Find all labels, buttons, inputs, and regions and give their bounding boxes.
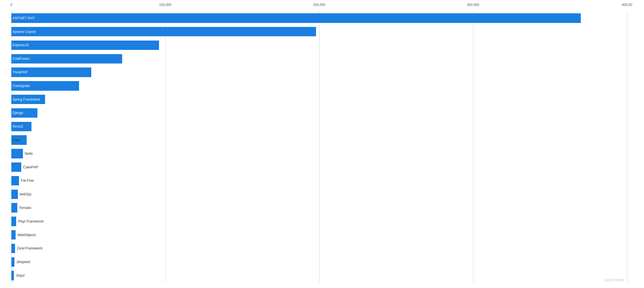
bar-row: Zend Framework xyxy=(11,242,627,255)
bar-row: Spring Framework xyxy=(11,93,627,106)
grid-line xyxy=(627,11,627,282)
bar xyxy=(11,190,18,199)
x-axis-label: 300,000 xyxy=(467,3,479,7)
bar-label: Play! Framework xyxy=(18,219,44,223)
bar-label: web2py xyxy=(20,192,31,196)
bar xyxy=(11,217,16,226)
x-axis-labels: 0100,000200,000300,000400,00 xyxy=(11,3,627,9)
bar-row: Zope xyxy=(11,133,627,147)
bar xyxy=(11,95,45,104)
bar-label: WebObjects xyxy=(18,233,36,237)
bar xyxy=(11,67,91,77)
bar-row: ASP.NET MVC xyxy=(11,11,627,25)
chart-container: 0100,000200,000300,000400,00 ASP.NET MVC… xyxy=(0,0,644,288)
x-axis-label: 100,000 xyxy=(159,3,171,7)
bar-row: web2py xyxy=(11,187,627,201)
bar xyxy=(11,54,122,63)
bar-label: Zend Framework xyxy=(17,246,43,250)
bar xyxy=(11,149,23,158)
bar xyxy=(11,41,159,50)
bar-row: Struts2 xyxy=(11,120,627,133)
bar xyxy=(11,135,27,145)
bar-row: CakePHP xyxy=(11,160,627,174)
bar-row: Nette xyxy=(11,147,627,160)
bar-row: WebObjects xyxy=(11,228,627,242)
bar-row: Apache Coyote xyxy=(11,25,627,39)
bar-row: CodeIgniter xyxy=(11,79,627,93)
bar xyxy=(11,244,15,253)
chart-area: ASP.NET MVCApache CoyoteExpressJSColdFus… xyxy=(11,11,627,282)
x-axis-label: 400,00 xyxy=(622,3,632,7)
bar xyxy=(11,230,16,240)
x-axis-label: 200,000 xyxy=(313,3,325,7)
bar xyxy=(11,122,31,131)
bar xyxy=(11,162,21,172)
bar-row: Jetspeed xyxy=(11,255,627,269)
bar-row: ThinkPHP xyxy=(11,65,627,79)
bar xyxy=(11,257,14,267)
bar-row: Django xyxy=(11,106,627,120)
bar xyxy=(11,271,14,280)
bar xyxy=(11,176,19,185)
bar xyxy=(11,203,17,212)
bar-row: Fat-Free xyxy=(11,174,627,188)
bar-row: Play! Framework xyxy=(11,215,627,228)
bar-label: Jinja2 xyxy=(16,274,25,278)
bar xyxy=(11,81,79,90)
bar-label: CakePHP xyxy=(23,165,38,169)
bar-row: Jinja2 xyxy=(11,269,627,282)
bar-row: ExpressJS xyxy=(11,39,627,52)
bar xyxy=(11,27,316,36)
bar-label: Fat-Free xyxy=(21,179,34,183)
x-axis-label: 0 xyxy=(10,3,12,7)
bar-label: Tornado xyxy=(19,206,31,210)
bar-row: Tornado xyxy=(11,201,627,215)
bar xyxy=(11,108,37,118)
bar-row: ColdFusion xyxy=(11,52,627,65)
bar xyxy=(11,13,581,23)
bar-label: Nette xyxy=(25,152,33,156)
watermark: @51CTO技术 xyxy=(605,278,624,282)
bar-label: Jetspeed xyxy=(16,260,30,264)
